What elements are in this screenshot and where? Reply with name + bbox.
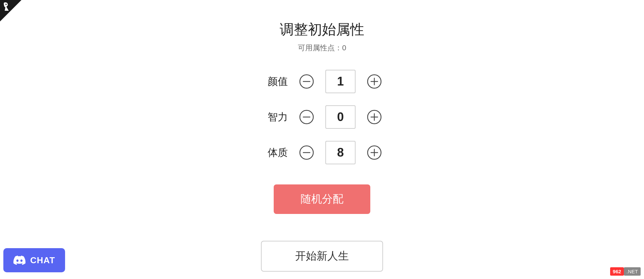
available-points-value: 0 xyxy=(342,44,346,52)
decrease-appearance-button[interactable] xyxy=(298,73,315,90)
random-distribute-button[interactable]: 随机分配 xyxy=(274,184,370,214)
attribute-label-constitution: 体质 xyxy=(261,146,288,160)
svg-point-0 xyxy=(5,4,7,5)
attribute-label-appearance: 颜值 xyxy=(261,75,288,89)
decrease-intelligence-button[interactable] xyxy=(298,108,315,126)
start-new-life-button[interactable]: 开始新人生 xyxy=(261,241,383,272)
constitution-value: 8 xyxy=(325,141,356,164)
chat-button[interactable]: CHAT xyxy=(3,248,65,272)
watermark-gray: .NET xyxy=(624,267,641,276)
watermark: 962.NET xyxy=(610,267,641,276)
increase-intelligence-button[interactable] xyxy=(366,108,383,126)
increase-constitution-button[interactable] xyxy=(366,144,383,161)
chat-label: CHAT xyxy=(30,255,55,266)
increase-appearance-button[interactable] xyxy=(366,73,383,90)
attribute-row-intelligence: 智力 0 xyxy=(261,105,383,129)
intelligence-value: 0 xyxy=(325,105,356,129)
watermark-red: 962 xyxy=(610,267,624,276)
available-points-display: 可用属性点：0 xyxy=(298,43,346,53)
page-title: 调整初始属性 xyxy=(280,20,364,39)
attributes-container: 颜值 1 智力 xyxy=(261,70,383,164)
attribute-label-intelligence: 智力 xyxy=(261,110,288,124)
discord-icon xyxy=(13,254,25,266)
decrease-constitution-button[interactable] xyxy=(298,144,315,161)
main-content: 调整初始属性 可用属性点：0 颜值 1 xyxy=(0,0,644,272)
available-points-label: 可用属性点： xyxy=(298,44,342,52)
attribute-row-appearance: 颜值 1 xyxy=(261,70,383,93)
attribute-row-constitution: 体质 8 xyxy=(261,141,383,164)
appearance-value: 1 xyxy=(325,70,356,93)
